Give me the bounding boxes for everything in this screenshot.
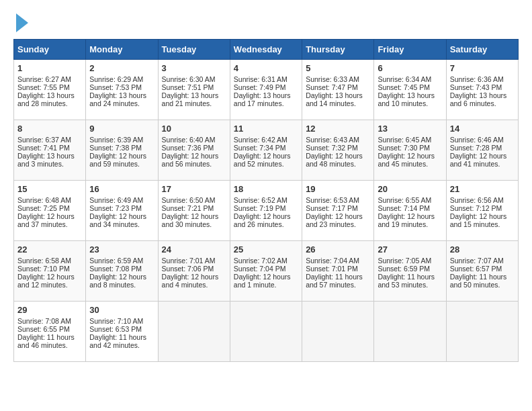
day-number: 23	[89, 244, 154, 255]
day-number: 20	[378, 184, 442, 194]
sunset: Sunset: 6:53 PM	[89, 325, 142, 333]
sunset: Sunset: 6:59 PM	[378, 265, 430, 273]
sunrise: Sunrise: 6:34 AM	[378, 75, 431, 83]
daylight: Daylight: 11 hours and 46 minutes.	[17, 333, 75, 349]
sunrise: Sunrise: 6:55 AM	[378, 196, 431, 204]
daylight: Daylight: 13 hours and 6 minutes.	[450, 91, 507, 107]
calendar-cell: 9Sunrise: 6:39 AMSunset: 7:38 PMDaylight…	[86, 120, 158, 181]
daylight: Daylight: 12 hours and 8 minutes.	[89, 273, 146, 289]
calendar-cell: 18Sunrise: 6:52 AMSunset: 7:19 PMDayligh…	[230, 181, 302, 241]
calendar-week-4: 22Sunrise: 6:58 AMSunset: 7:10 PMDayligh…	[14, 241, 519, 302]
day-number: 4	[234, 63, 298, 73]
day-number: 9	[89, 124, 154, 134]
day-number: 19	[306, 184, 370, 194]
calendar-cell: 14Sunrise: 6:46 AMSunset: 7:28 PMDayligh…	[446, 120, 518, 181]
day-number: 26	[306, 244, 370, 255]
calendar-cell: 1Sunrise: 6:27 AMSunset: 7:55 PMDaylight…	[14, 60, 86, 120]
calendar-cell: 6Sunrise: 6:34 AMSunset: 7:45 PMDaylight…	[374, 60, 446, 120]
daylight: Daylight: 13 hours and 14 minutes.	[306, 91, 363, 107]
calendar-cell: 24Sunrise: 7:01 AMSunset: 7:06 PMDayligh…	[158, 241, 230, 302]
daylight: Daylight: 12 hours and 41 minutes.	[450, 152, 507, 168]
calendar-week-2: 8Sunrise: 6:37 AMSunset: 7:41 PMDaylight…	[14, 120, 519, 181]
calendar-cell: 25Sunrise: 7:02 AMSunset: 7:04 PMDayligh…	[230, 241, 302, 302]
day-number: 21	[450, 184, 515, 194]
calendar-cell: 11Sunrise: 6:42 AMSunset: 7:34 PMDayligh…	[230, 120, 302, 181]
day-number: 13	[378, 124, 442, 134]
sunset: Sunset: 7:34 PM	[234, 144, 286, 152]
col-header-sunday: Sunday	[14, 40, 86, 60]
day-number: 2	[89, 63, 154, 73]
day-number: 8	[17, 124, 82, 134]
sunrise: Sunrise: 6:33 AM	[306, 75, 359, 83]
day-number: 28	[450, 244, 515, 255]
daylight: Daylight: 12 hours and 19 minutes.	[378, 212, 435, 228]
calendar-cell	[446, 302, 518, 362]
calendar-cell: 23Sunrise: 6:59 AMSunset: 7:08 PMDayligh…	[86, 241, 158, 302]
day-number: 30	[89, 305, 154, 315]
day-number: 3	[162, 63, 226, 73]
daylight: Daylight: 11 hours and 50 minutes.	[450, 273, 507, 289]
col-header-friday: Friday	[374, 40, 446, 60]
calendar-cell: 5Sunrise: 6:33 AMSunset: 7:47 PMDaylight…	[302, 60, 374, 120]
daylight: Daylight: 12 hours and 4 minutes.	[162, 273, 219, 289]
sunset: Sunset: 7:12 PM	[450, 204, 502, 212]
sunset: Sunset: 7:47 PM	[306, 83, 358, 91]
sunset: Sunset: 7:41 PM	[17, 144, 70, 152]
col-header-monday: Monday	[86, 40, 158, 60]
daylight: Daylight: 13 hours and 28 minutes.	[17, 91, 75, 107]
day-number: 27	[378, 244, 442, 255]
daylight: Daylight: 12 hours and 59 minutes.	[89, 152, 146, 168]
calendar-cell: 29Sunrise: 7:08 AMSunset: 6:55 PMDayligh…	[14, 302, 86, 362]
calendar-week-3: 15Sunrise: 6:48 AMSunset: 7:25 PMDayligh…	[14, 181, 519, 241]
day-number: 14	[450, 124, 515, 134]
daylight: Daylight: 12 hours and 30 minutes.	[162, 212, 219, 228]
sunrise: Sunrise: 6:53 AM	[306, 196, 359, 204]
day-number: 7	[450, 63, 515, 73]
sunset: Sunset: 7:21 PM	[162, 204, 214, 212]
calendar-cell: 3Sunrise: 6:30 AMSunset: 7:51 PMDaylight…	[158, 60, 230, 120]
sunset: Sunset: 7:14 PM	[378, 204, 430, 212]
calendar-cell: 12Sunrise: 6:43 AMSunset: 7:32 PMDayligh…	[302, 120, 374, 181]
sunrise: Sunrise: 6:37 AM	[17, 136, 71, 144]
daylight: Daylight: 12 hours and 52 minutes.	[234, 152, 291, 168]
day-number: 16	[89, 184, 154, 194]
sunrise: Sunrise: 7:01 AM	[162, 257, 216, 265]
sunset: Sunset: 7:49 PM	[234, 83, 286, 91]
calendar-cell: 4Sunrise: 6:31 AMSunset: 7:49 PMDaylight…	[230, 60, 302, 120]
daylight: Daylight: 12 hours and 56 minutes.	[162, 152, 219, 168]
calendar-cell	[302, 302, 374, 362]
calendar-cell: 15Sunrise: 6:48 AMSunset: 7:25 PMDayligh…	[14, 181, 86, 241]
sunset: Sunset: 7:08 PM	[89, 265, 142, 273]
daylight: Daylight: 12 hours and 34 minutes.	[89, 212, 146, 228]
day-number: 29	[17, 305, 82, 315]
sunrise: Sunrise: 6:39 AM	[89, 136, 143, 144]
day-number: 6	[378, 63, 442, 73]
sunset: Sunset: 7:51 PM	[162, 83, 214, 91]
daylight: Daylight: 13 hours and 3 minutes.	[17, 152, 75, 168]
daylight: Daylight: 13 hours and 24 minutes.	[89, 91, 146, 107]
sunset: Sunset: 7:32 PM	[306, 144, 358, 152]
sunset: Sunset: 6:57 PM	[450, 265, 502, 273]
col-header-thursday: Thursday	[302, 40, 374, 60]
daylight: Daylight: 12 hours and 12 minutes.	[17, 273, 75, 289]
sunrise: Sunrise: 7:02 AM	[234, 257, 287, 265]
day-number: 18	[234, 184, 298, 194]
sunset: Sunset: 7:30 PM	[378, 144, 430, 152]
sunrise: Sunrise: 6:31 AM	[234, 75, 287, 83]
daylight: Daylight: 12 hours and 1 minute.	[234, 273, 291, 289]
daylight: Daylight: 11 hours and 53 minutes.	[378, 273, 435, 289]
sunrise: Sunrise: 6:40 AM	[162, 136, 216, 144]
sunrise: Sunrise: 6:30 AM	[162, 75, 216, 83]
calendar-cell: 17Sunrise: 6:50 AMSunset: 7:21 PMDayligh…	[158, 181, 230, 241]
calendar-cell: 13Sunrise: 6:45 AMSunset: 7:30 PMDayligh…	[374, 120, 446, 181]
sunrise: Sunrise: 7:04 AM	[306, 257, 359, 265]
sunrise: Sunrise: 6:46 AM	[450, 136, 504, 144]
daylight: Daylight: 12 hours and 48 minutes.	[306, 152, 363, 168]
sunset: Sunset: 7:19 PM	[234, 204, 286, 212]
sunset: Sunset: 7:28 PM	[450, 144, 502, 152]
sunrise: Sunrise: 6:49 AM	[89, 196, 143, 204]
sunrise: Sunrise: 6:27 AM	[17, 75, 71, 83]
sunset: Sunset: 7:38 PM	[89, 144, 142, 152]
col-header-wednesday: Wednesday	[230, 40, 302, 60]
calendar-cell: 26Sunrise: 7:04 AMSunset: 7:01 PMDayligh…	[302, 241, 374, 302]
